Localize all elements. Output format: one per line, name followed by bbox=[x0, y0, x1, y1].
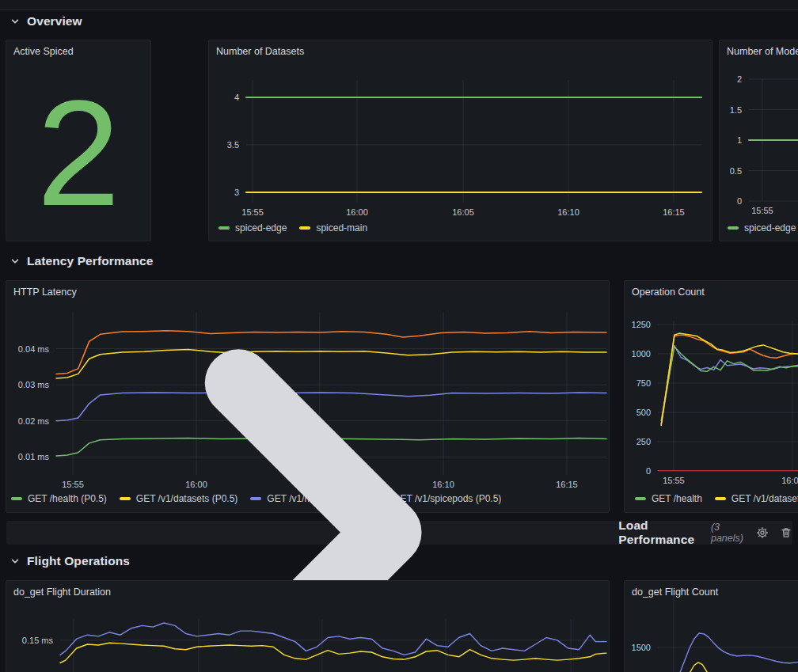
svg-text:1000: 1000 bbox=[632, 349, 651, 359]
panel-title-active-spiced[interactable]: Active Spiced bbox=[13, 46, 74, 57]
svg-text:0.5: 0.5 bbox=[730, 166, 742, 176]
flight-duration-chart[interactable]: 0.15 ms bbox=[6, 581, 610, 672]
legend-label: GET /health bbox=[652, 493, 702, 504]
gear-icon bbox=[756, 526, 769, 539]
section-header-overview[interactable]: Overview bbox=[10, 14, 82, 28]
legend-item[interactable]: GET /health bbox=[635, 493, 702, 504]
top-toolbar-edge bbox=[0, 0, 798, 10]
svg-text:3.5: 3.5 bbox=[227, 140, 239, 150]
stat-value: 2 bbox=[6, 64, 150, 241]
panel-number-of-datasets: Number of Datasets 43.5315:5516:0016:051… bbox=[208, 40, 712, 241]
section-title-flight-operations: Flight Operations bbox=[27, 554, 130, 568]
legend-number-of-datasets: spiced-edgespiced-main bbox=[218, 222, 367, 233]
svg-text:1500: 1500 bbox=[632, 643, 651, 652]
number-of-datasets-chart[interactable]: 43.5315:5516:0016:0516:1016:15 bbox=[209, 40, 712, 241]
svg-text:15:55: 15:55 bbox=[241, 207, 264, 217]
gear-button[interactable] bbox=[756, 526, 769, 539]
svg-text:500: 500 bbox=[636, 408, 651, 417]
chevron-down-icon bbox=[10, 556, 21, 567]
svg-text:3: 3 bbox=[234, 188, 239, 197]
svg-text:1.5: 1.5 bbox=[730, 105, 742, 115]
svg-text:0.15 ms: 0.15 ms bbox=[22, 636, 54, 645]
svg-text:1250: 1250 bbox=[632, 320, 651, 329]
legend-swatch bbox=[635, 497, 646, 500]
section-header-flight-operations[interactable]: Flight Operations bbox=[10, 554, 130, 568]
legend-label: spiced-edge bbox=[235, 222, 287, 233]
flight-count-chart[interactable]: 1500 bbox=[625, 581, 798, 672]
legend-swatch bbox=[728, 226, 739, 230]
svg-text:15:55: 15:55 bbox=[663, 476, 685, 485]
legend-swatch bbox=[299, 226, 310, 230]
svg-text:750: 750 bbox=[636, 378, 651, 388]
svg-text:16:00: 16:00 bbox=[781, 476, 798, 485]
svg-text:1: 1 bbox=[737, 135, 742, 145]
legend-label: GET /v1/datasets bbox=[732, 493, 798, 504]
svg-text:0: 0 bbox=[737, 196, 742, 206]
svg-text:15:55: 15:55 bbox=[751, 206, 773, 215]
section-title-load-performance: Load Performance bbox=[618, 518, 703, 547]
legend-item[interactable]: GET /v1/datasets bbox=[715, 493, 798, 504]
trash-icon bbox=[780, 526, 792, 539]
panel-flight-duration: do_get Flight Duration 0.15 ms bbox=[6, 580, 610, 672]
legend-number-of-models: spiced-edge bbox=[728, 222, 796, 233]
section-panel-count: (3 panels) bbox=[711, 522, 745, 544]
trash-button[interactable] bbox=[780, 526, 792, 539]
grafana-dashboard: { "sections": { "overview": { "label": "… bbox=[0, 0, 798, 672]
svg-text:2: 2 bbox=[737, 74, 742, 84]
svg-text:16:15: 16:15 bbox=[663, 207, 685, 217]
svg-text:16:00: 16:00 bbox=[346, 207, 368, 217]
chevron-down-icon bbox=[10, 16, 21, 27]
legend-operation-count: GET /healthGET /v1/datasets bbox=[635, 493, 798, 504]
operation-count-chart[interactable]: 12501000750500250015:5516:00 bbox=[625, 281, 798, 513]
panel-active-spiced: Active Spiced 2 bbox=[6, 40, 151, 241]
legend-item[interactable]: spiced-edge bbox=[728, 222, 796, 233]
legend-swatch bbox=[218, 226, 230, 230]
svg-text:0: 0 bbox=[646, 466, 651, 476]
legend-label: spiced-main bbox=[316, 222, 367, 233]
panel-number-of-models: Number of Models 21.510.5015:5516:00 spi… bbox=[719, 40, 798, 241]
section-header-load-performance[interactable]: Load Performance (3 panels) bbox=[6, 521, 792, 545]
section-title-overview: Overview bbox=[27, 14, 82, 28]
panel-flight-count: do_get Flight Count 1500 bbox=[624, 580, 798, 672]
svg-text:16:10: 16:10 bbox=[557, 207, 580, 217]
svg-text:250: 250 bbox=[636, 437, 651, 446]
number-of-models-chart[interactable]: 21.510.5015:5516:00 bbox=[720, 40, 798, 241]
svg-text:4: 4 bbox=[234, 93, 239, 102]
svg-text:16:05: 16:05 bbox=[452, 207, 474, 217]
legend-item[interactable]: spiced-main bbox=[299, 222, 367, 233]
legend-swatch bbox=[715, 497, 726, 500]
legend-label: spiced-edge bbox=[744, 222, 796, 233]
legend-item[interactable]: spiced-edge bbox=[218, 222, 287, 233]
panel-operation-count: Operation Count 12501000750500250015:551… bbox=[624, 280, 798, 513]
